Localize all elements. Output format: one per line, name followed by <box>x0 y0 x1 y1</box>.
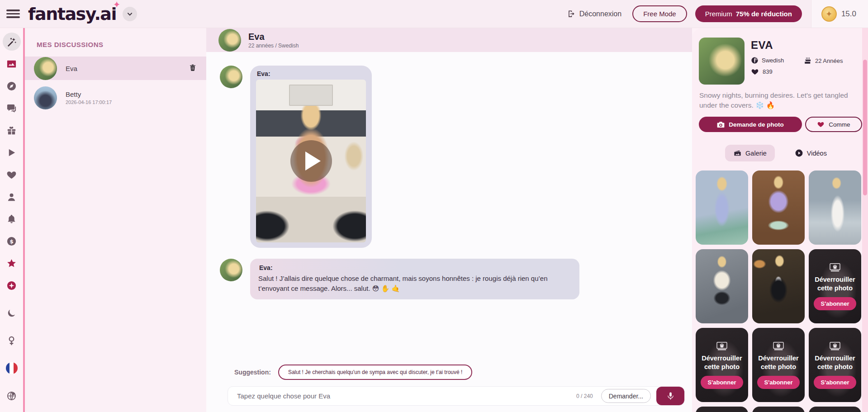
ask-button[interactable]: Demander... <box>601 389 651 403</box>
message-sender: Eva: <box>257 70 366 77</box>
mic-icon <box>666 392 675 400</box>
profile-panel: EVA Swedish 22 Années 839 Snowy nights, … <box>692 28 868 412</box>
globe-icon <box>751 57 759 64</box>
free-mode-button[interactable]: Free Mode <box>632 5 687 22</box>
suggestion-chip[interactable]: Salut ! Je cherchais quelqu'un de sympa … <box>278 365 472 380</box>
discussion-item-betty[interactable]: Betty 2026-04-16 17:00:17 <box>25 86 206 109</box>
like-button[interactable]: Comme <box>805 117 862 132</box>
message-sender: Eva: <box>259 264 571 271</box>
gallery-photo[interactable] <box>752 170 805 245</box>
gallery-locked-photo[interactable]: Déverrouiller cette photo S'abonner <box>809 328 861 402</box>
tab-label: Vidéos <box>807 150 827 157</box>
photo-gallery: Déverrouiller cette photo S'abonner Déve… <box>696 170 861 412</box>
gallery-icon <box>733 149 742 157</box>
gallery-locked-photo[interactable] <box>809 407 861 412</box>
gallery-locked-photo[interactable]: Déverrouiller cette photo S'abonner <box>696 328 748 402</box>
locked-title: Déverrouiller cette photo <box>752 354 805 370</box>
notifications-icon[interactable] <box>3 210 21 228</box>
profile-icon[interactable] <box>3 188 21 206</box>
gallery-locked-photo[interactable]: Déverrouiller cette photo S'abonner <box>752 328 805 402</box>
locked-title: Déverrouiller cette photo <box>809 275 861 292</box>
message-composer: 0 / 240 Demander... <box>228 386 685 406</box>
chat-partner-subtitle: 22 années / Swedish <box>248 43 299 49</box>
request-photo-label: Demande de photo <box>729 121 784 128</box>
video-thumbnail[interactable] <box>256 80 366 242</box>
scrollbar-thumb[interactable] <box>863 60 867 195</box>
premium-label: Premium <box>705 10 732 18</box>
play-icon[interactable] <box>3 143 21 161</box>
heart-icon <box>817 121 825 128</box>
premium-discount-label: 75% de réduction <box>736 10 792 18</box>
request-photo-button[interactable]: Demande de photo <box>699 117 802 132</box>
avatar <box>220 66 242 88</box>
premium-button[interactable]: Premium 75% de réduction <box>695 5 802 22</box>
discussions-title: MES DISCUSSIONS <box>37 41 206 48</box>
gender-female-icon[interactable] <box>3 331 21 350</box>
subscribe-button[interactable]: S'abonner <box>757 376 799 389</box>
language-french-icon[interactable] <box>3 359 21 377</box>
logout-label: Déconnexion <box>579 10 621 18</box>
profile-name: EVA <box>751 39 773 52</box>
profile-age: 22 Années <box>804 57 843 65</box>
likes-count: 839 <box>763 68 773 75</box>
gallery-photo[interactable] <box>752 249 805 323</box>
subscribe-button[interactable]: S'abonner <box>814 376 856 389</box>
gallery-photo[interactable] <box>809 170 861 245</box>
tab-galerie[interactable]: Galerie <box>725 145 775 161</box>
subscribe-button[interactable]: S'abonner <box>701 376 743 389</box>
message-text: Eva: Salut ! J’allais dire quelque chose… <box>220 259 692 299</box>
coin-amount: 15.0 <box>841 9 856 19</box>
logout-button[interactable]: Déconnexion <box>567 9 621 18</box>
chevron-down-icon[interactable] <box>123 7 137 21</box>
mic-button[interactable] <box>656 387 684 405</box>
play-circle-icon <box>795 149 803 157</box>
svg-text:$: $ <box>9 237 14 244</box>
coin-balance[interactable]: ✦ 15.0 <box>811 0 868 28</box>
compass-icon[interactable] <box>3 77 21 95</box>
age-label: 22 Années <box>815 57 843 64</box>
coin-icon: ✦ <box>821 6 837 22</box>
profile-photo[interactable] <box>699 38 745 85</box>
discussion-name: Eva <box>66 65 77 72</box>
gallery-photo[interactable] <box>696 170 748 245</box>
gallery-locked-photo[interactable]: Déverrouiller cette photo S'abonner <box>809 249 861 323</box>
profile-bio: Snowy nights, burning desires. Let's get… <box>699 90 858 111</box>
char-counter: 0 / 240 <box>576 393 593 399</box>
suggestion-row: Suggestion: Salut ! Je cherchais quelqu'… <box>220 365 692 380</box>
heart-icon[interactable] <box>3 166 21 184</box>
menu-icon[interactable] <box>6 9 20 19</box>
magic-wand-icon[interactable] <box>3 33 21 51</box>
message-input[interactable] <box>228 392 576 400</box>
credits-icon[interactable]: $ <box>3 232 21 250</box>
video-message-bubble: Eva: <box>250 66 372 248</box>
suggestion-label: Suggestion: <box>234 369 271 376</box>
play-button[interactable] <box>290 140 332 182</box>
scrollbar-track[interactable] <box>862 28 868 412</box>
logo-sparkle-icon: ✦ <box>113 0 120 9</box>
chat-partner-name: Eva <box>248 32 299 42</box>
avatar <box>34 57 57 80</box>
play-icon <box>305 152 321 170</box>
delete-chat-icon[interactable] <box>189 64 196 73</box>
birthday-cake-icon <box>804 57 812 65</box>
gallery-photo[interactable] <box>696 249 748 323</box>
locked-title: Déverrouiller cette photo <box>696 354 748 370</box>
discussion-timestamp: 2026-04-16 17:00:17 <box>66 99 112 105</box>
decor <box>289 85 333 106</box>
discussion-item-eva[interactable]: Eva <box>25 57 206 80</box>
gallery-icon[interactable] <box>3 55 21 73</box>
message-body: Salut ! J’allais dire quelque chose de c… <box>258 274 571 294</box>
gallery-locked-photo[interactable] <box>696 407 748 412</box>
gift-icon[interactable] <box>3 121 21 139</box>
chats-icon[interactable] <box>3 99 21 117</box>
create-sparkle-icon[interactable] <box>3 276 21 294</box>
discussions-panel: MES DISCUSSIONS Eva Betty 2026-04-16 17:… <box>25 28 206 412</box>
app-logo: fantasy.ai✦ <box>28 5 116 23</box>
locked-photo-icon <box>829 262 841 272</box>
browse-globe-icon[interactable] <box>3 387 21 405</box>
favorites-icon[interactable] <box>3 254 21 272</box>
tab-videos[interactable]: Vidéos <box>787 145 835 161</box>
dark-mode-icon[interactable] <box>3 304 21 322</box>
gallery-locked-photo[interactable] <box>752 407 805 412</box>
subscribe-button[interactable]: S'abonner <box>814 297 856 310</box>
